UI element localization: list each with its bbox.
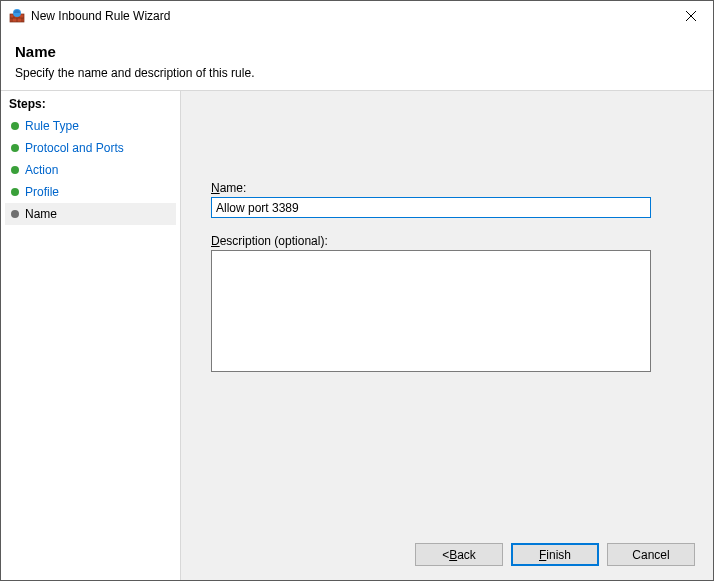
description-input[interactable]	[211, 250, 651, 372]
step-label: Action	[25, 163, 58, 177]
main-panel: Name: Description (optional): < Back Fin…	[181, 91, 713, 580]
name-label: Name:	[211, 181, 683, 195]
step-bullet-icon	[11, 144, 19, 152]
step-bullet-icon	[11, 166, 19, 174]
header-area: Name Specify the name and description of…	[1, 31, 713, 91]
footer-buttons: < Back Finish Cancel	[415, 543, 695, 566]
step-action[interactable]: Action	[5, 159, 176, 181]
step-label: Profile	[25, 185, 59, 199]
steps-sidebar: Steps: Rule Type Protocol and Ports Acti…	[1, 91, 181, 580]
close-button[interactable]	[668, 1, 713, 31]
step-name[interactable]: Name	[5, 203, 176, 225]
page-title: Name	[15, 43, 699, 60]
steps-heading: Steps:	[5, 95, 176, 115]
step-bullet-icon	[11, 188, 19, 196]
close-icon	[686, 11, 696, 21]
back-button[interactable]: < Back	[415, 543, 503, 566]
finish-button[interactable]: Finish	[511, 543, 599, 566]
step-profile[interactable]: Profile	[5, 181, 176, 203]
step-label: Protocol and Ports	[25, 141, 124, 155]
titlebar: New Inbound Rule Wizard	[1, 1, 713, 31]
step-label: Name	[25, 207, 57, 221]
step-protocol-and-ports[interactable]: Protocol and Ports	[5, 137, 176, 159]
step-bullet-icon	[11, 122, 19, 130]
step-label: Rule Type	[25, 119, 79, 133]
wizard-window: New Inbound Rule Wizard Name Specify the…	[0, 0, 714, 581]
cancel-button[interactable]: Cancel	[607, 543, 695, 566]
step-bullet-icon	[11, 210, 19, 218]
firewall-icon	[9, 8, 25, 24]
name-input[interactable]	[211, 197, 651, 218]
window-title: New Inbound Rule Wizard	[31, 9, 668, 23]
body: Steps: Rule Type Protocol and Ports Acti…	[1, 91, 713, 580]
description-label: Description (optional):	[211, 234, 683, 248]
page-subtitle: Specify the name and description of this…	[15, 66, 699, 80]
step-rule-type[interactable]: Rule Type	[5, 115, 176, 137]
